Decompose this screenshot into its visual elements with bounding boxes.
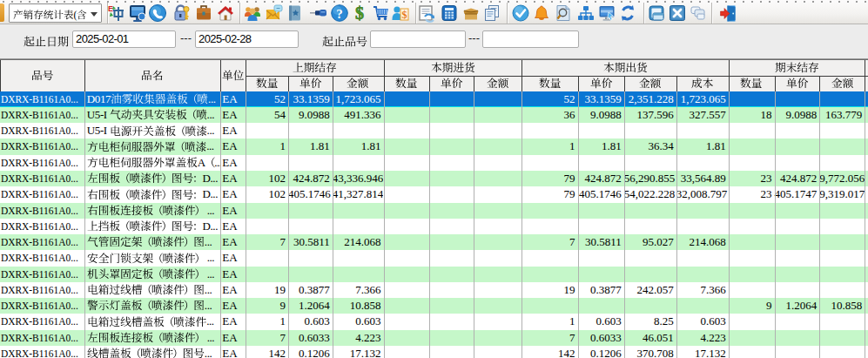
svg-text:?: ? <box>337 7 344 21</box>
svg-text:E: E <box>108 4 113 13</box>
svg-text:$: $ <box>402 9 407 21</box>
svg-text:$: $ <box>355 3 364 23</box>
